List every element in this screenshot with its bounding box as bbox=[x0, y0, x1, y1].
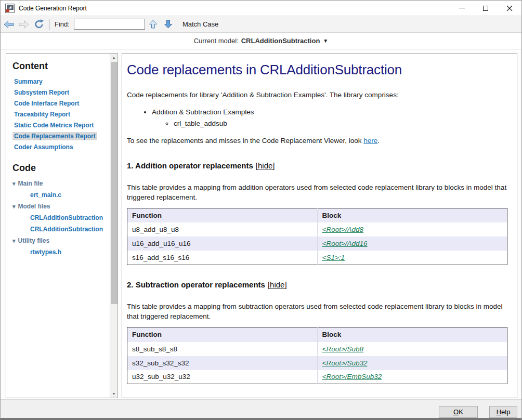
table-row: s8_sub_s8_s8<Root>/Sub8 bbox=[127, 342, 507, 356]
library-list: Addition & Subtraction Examples crl_tabl… bbox=[127, 107, 511, 129]
help-button[interactable]: Help bbox=[489, 406, 517, 418]
content-link-list: SummarySubsystem ReportCode Interface Re… bbox=[12, 76, 110, 152]
ok-button[interactable]: OK bbox=[439, 406, 478, 418]
section-2-title: 2. Subtraction operator replacements bbox=[127, 280, 265, 289]
titlebar: Code Generation Report bbox=[1, 1, 521, 16]
section-2-toggle: [hide] bbox=[268, 280, 287, 289]
block-link[interactable]: <Root>/Sub32 bbox=[322, 359, 368, 367]
library-table-item: crl_table_addsub bbox=[174, 118, 511, 129]
section-1-title: 1. Addition operator replacements bbox=[127, 161, 253, 170]
minimize-icon bbox=[459, 8, 465, 8]
tree-group-utility-files[interactable]: ▾Utility files bbox=[12, 235, 110, 246]
tree-group-main-file[interactable]: ▾Main file bbox=[12, 178, 110, 189]
back-button[interactable] bbox=[2, 18, 16, 31]
sidebar-item-coder-assumptions[interactable]: Coder Assumptions bbox=[12, 143, 75, 151]
report-app-icon bbox=[5, 4, 15, 13]
down-arrow-icon bbox=[164, 20, 173, 29]
section-2-description: This table provides a mapping from subtr… bbox=[127, 301, 507, 321]
match-case-toggle[interactable]: Match Case bbox=[182, 20, 218, 28]
tree-file-crladditionsubtraction[interactable]: CRLAdditionSubtraction bbox=[30, 212, 110, 224]
maximize-icon bbox=[483, 6, 488, 11]
back-arrow-icon bbox=[4, 20, 14, 29]
here-link[interactable]: here bbox=[363, 137, 377, 145]
sidebar-item-traceability-report[interactable]: Traceability Report bbox=[12, 110, 72, 119]
block-link[interactable]: <S1>:1 bbox=[322, 254, 345, 261]
column-header-block: Block bbox=[317, 208, 507, 222]
section-1-toggle: [hide] bbox=[256, 161, 275, 170]
tree-file-rtwtypes-h[interactable]: rtwtypes.h bbox=[30, 246, 110, 258]
hide-link[interactable]: hide bbox=[270, 280, 284, 289]
library-list-item: Addition & Subtraction Examples crl_tabl… bbox=[152, 107, 511, 129]
table-row: s32_sub_s32_s32<Root>/Sub32 bbox=[127, 356, 507, 370]
table-row: u32_sub_u32_u32<Root>/EmbSub32 bbox=[127, 370, 507, 384]
block-link[interactable]: <Root>/Sub8 bbox=[322, 345, 364, 353]
function-cell: u32_sub_u32_u32 bbox=[127, 370, 318, 384]
scrollbar-thumb[interactable] bbox=[111, 62, 118, 304]
sidebar-item-code-replacements-report[interactable]: Code Replacements Report bbox=[12, 132, 97, 140]
block-cell: <Root>/Sub8 bbox=[317, 342, 507, 356]
section-1-description: This table provides a mapping from addit… bbox=[127, 182, 507, 202]
refresh-icon bbox=[34, 19, 44, 29]
tree-file-ert-main-c[interactable]: ert_main.c bbox=[30, 189, 110, 201]
collapse-caret-icon[interactable]: ▾ bbox=[12, 203, 16, 209]
section-2-heading: 2. Subtraction operator replacements[hid… bbox=[127, 280, 511, 289]
code-generation-report-window: Code Generation Report Fin bbox=[0, 0, 522, 420]
forward-arrow-icon bbox=[19, 20, 29, 29]
sidebar-item-code-interface-report[interactable]: Code Interface Report bbox=[12, 99, 81, 108]
viewer-note-period: . bbox=[377, 137, 380, 145]
hide-link[interactable]: hide bbox=[258, 161, 272, 170]
block-link[interactable]: <Root>/Add8 bbox=[322, 226, 364, 233]
window-controls bbox=[450, 1, 521, 16]
close-icon bbox=[506, 5, 513, 11]
block-cell: <Root>/Add8 bbox=[317, 222, 507, 237]
up-arrow-icon bbox=[149, 20, 158, 29]
table-row: u16_add_u16_u16<Root>/Add16 bbox=[127, 237, 507, 251]
footer-bar: OK Help bbox=[1, 399, 521, 418]
maximize-button[interactable] bbox=[474, 1, 498, 16]
column-header-function: Function bbox=[127, 208, 318, 222]
find-input[interactable] bbox=[74, 19, 145, 30]
viewer-note-text: To see the replacements and misses in th… bbox=[127, 137, 363, 145]
window-title: Code Generation Report bbox=[19, 5, 87, 12]
table-row: u8_add_u8_u8<Root>/Add8 bbox=[127, 222, 507, 237]
navigation-sidebar: Content SummarySubsystem ReportCode Inte… bbox=[6, 53, 118, 398]
find-label: Find: bbox=[55, 20, 70, 28]
tree-group-label: Main file bbox=[18, 180, 43, 187]
current-model-label: Current model: bbox=[194, 37, 239, 45]
block-cell: <Root>/EmbSub32 bbox=[317, 370, 507, 384]
current-model-bar: Current model: CRLAdditionSubtraction ▼ bbox=[1, 33, 521, 49]
code-file-tree: ▾Main fileert_main.c▾Model filesCRLAddit… bbox=[12, 178, 110, 258]
block-link[interactable]: <Root>/Add16 bbox=[322, 240, 368, 247]
tree-group-model-files[interactable]: ▾Model files bbox=[12, 201, 110, 212]
scrollbar-up-icon[interactable]: ▲ bbox=[110, 54, 118, 61]
sidebar-scrollbar[interactable]: ▲ ▼ bbox=[110, 54, 118, 398]
addition-replacements-table: FunctionBlocku8_add_u8_u8<Root>/Add8u16_… bbox=[127, 208, 507, 265]
column-header-function: Function bbox=[127, 327, 318, 342]
page-title: Code replacements in CRLAdditionSubtract… bbox=[127, 62, 511, 78]
function-cell: s16_add_s16_s16 bbox=[127, 251, 318, 265]
sidebar-item-summary[interactable]: Summary bbox=[12, 77, 44, 86]
dropdown-caret-icon[interactable]: ▼ bbox=[323, 38, 328, 44]
sidebar-row: Coder Assumptions bbox=[12, 141, 110, 152]
minimize-button[interactable] bbox=[450, 1, 474, 16]
viewer-note: To see the replacements and misses in th… bbox=[127, 136, 507, 146]
sidebar-row: Summary bbox=[12, 76, 110, 87]
current-model-dropdown[interactable]: CRLAdditionSubtraction bbox=[241, 37, 320, 45]
close-button[interactable] bbox=[498, 1, 521, 16]
tree-file-crladditionsubtraction[interactable]: CRLAdditionSubtraction bbox=[30, 224, 110, 235]
find-previous-button[interactable] bbox=[147, 18, 160, 31]
sidebar-row: Subsystem Report bbox=[12, 87, 110, 98]
collapse-caret-icon[interactable]: ▾ bbox=[12, 180, 16, 187]
body-area: Content SummarySubsystem ReportCode Inte… bbox=[1, 50, 521, 399]
collapse-caret-icon[interactable]: ▾ bbox=[12, 238, 16, 244]
sidebar-item-static-code-metrics-report[interactable]: Static Code Metrics Report bbox=[12, 121, 95, 129]
scrollbar-down-icon[interactable]: ▼ bbox=[110, 390, 118, 398]
forward-button[interactable] bbox=[17, 18, 31, 31]
block-cell: <Root>/Add16 bbox=[317, 237, 507, 251]
refresh-button[interactable] bbox=[32, 18, 46, 31]
intro-paragraph: Code replacements for library 'Addition … bbox=[127, 90, 507, 100]
sidebar-item-subsystem-report[interactable]: Subsystem Report bbox=[12, 88, 71, 97]
library-sub-list: crl_table_addsub bbox=[152, 118, 511, 129]
block-link[interactable]: <Root>/EmbSub32 bbox=[322, 373, 382, 380]
find-next-button[interactable] bbox=[162, 18, 175, 31]
